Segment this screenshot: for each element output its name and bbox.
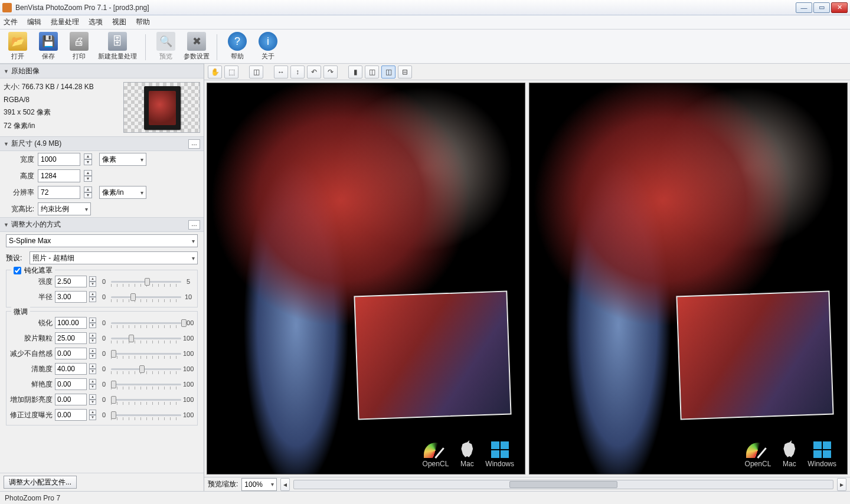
orig-res: 72 像素/in [4,121,119,131]
rotate-ccw-icon[interactable]: ↶ [307,66,321,78]
width-input[interactable]: 1000 [38,153,80,166]
app-icon [2,3,12,12]
original-thumbnail[interactable] [123,82,200,133]
scroll-left-button[interactable]: ◂ [280,478,290,491]
rotate-cw-icon[interactable]: ↷ [323,66,338,78]
finetune-input-0[interactable]: 100.00 [55,317,87,329]
unsharp-checkbox[interactable] [14,267,21,274]
unsharp-fieldset: 钝化遮罩 强度 2.50 ▲▼ 05 半径 3.00 ▲▼ 010 [6,270,198,307]
apple-icon: Mac [459,440,475,468]
finetune-input-4[interactable]: 0.00 [55,378,87,390]
menu-options[interactable]: 选项 [89,17,103,27]
finetune-label: 胶片颗粒 [10,333,53,343]
preset-select[interactable]: 照片 - 超精细 [30,251,198,264]
menu-batch[interactable]: 批量处理 [51,17,79,27]
preview-button[interactable]: 🔍预览 [153,32,179,61]
flip-h-icon[interactable]: ↔ [274,66,288,78]
unsharp-strength-spinner[interactable]: ▲▼ [89,276,96,287]
height-spinner[interactable]: ▲▼ [84,170,92,182]
scroll-right-button[interactable]: ▸ [837,478,846,491]
resolution-unit-select[interactable]: 像素/in [99,186,146,199]
chevron-down-icon: ▼ [4,141,9,147]
params-button[interactable]: ✖参数设置 [184,32,210,61]
resize-profile-button[interactable]: 调整大小配置文件... [4,476,77,489]
finetune-slider-4[interactable] [111,384,181,385]
hand-tool-icon[interactable]: ✋ [208,66,222,78]
finetune-input-5[interactable]: 0.00 [55,394,87,405]
method-select[interactable]: S-Spline Max [6,234,198,247]
menu-file[interactable]: 文件 [4,17,18,27]
zoom-select[interactable]: 100% [241,478,277,491]
menu-help[interactable]: 帮助 [136,17,150,27]
finetune-spinner-2[interactable]: ▲▼ [89,348,96,359]
preview-inset [676,291,833,420]
left-panel: ▼ 原始图像 大小: 766.73 KB / 144.28 KB RGBA/8 … [0,64,204,491]
crop-tool-icon[interactable]: ◫ [249,66,263,78]
finetune-input-2[interactable]: 0.00 [55,348,87,359]
finetune-input-3[interactable]: 40.00 [55,363,87,375]
aspect-select[interactable]: 约束比例 [38,202,91,215]
new-batch-button[interactable]: 🗄新建批量处理 [97,32,138,61]
menu-edit[interactable]: 编辑 [27,17,41,27]
open-button[interactable]: 📂打开 [5,32,31,61]
height-input[interactable]: 1284 [38,169,80,182]
horizontal-scrollbar[interactable] [293,480,833,489]
toolbar-separator [145,34,146,60]
orig-size: 大小: 766.73 KB / 144.28 KB [4,82,119,92]
finetune-spinner-5[interactable]: ▲▼ [89,394,96,405]
finetune-slider-5[interactable] [111,399,181,401]
section-newsize[interactable]: ▼ 新尺寸 (4.9 MB) … [0,136,204,151]
print-button[interactable]: 🖨打印 [66,32,92,61]
finetune-spinner-6[interactable]: ▲▼ [89,410,96,420]
width-unit-select[interactable]: 像素 [99,153,146,166]
finetune-label: 锐化 [10,318,53,328]
finetune-input-6[interactable]: 0.00 [55,409,87,421]
unsharp-radius-slider[interactable] [111,296,181,298]
finetune-label: 减少不自然感 [10,349,53,359]
finetune-slider-0[interactable] [111,322,181,324]
unsharp-radius-input[interactable]: 3.00 [55,291,87,303]
help-button[interactable]: ?帮助 [224,32,250,61]
menu-bar: 文件 编辑 批量处理 选项 视图 帮助 [0,15,850,30]
layout-split-v-icon[interactable]: ⊟ [398,66,412,78]
maximize-button[interactable]: ▭ [813,2,830,13]
finetune-input-1[interactable]: 25.00 [55,332,87,344]
toolbar-separator [217,34,217,60]
section-original[interactable]: ▼ 原始图像 [0,64,204,78]
main-toolbar: 📂打开 💾保存 🖨打印 🗄新建批量处理 🔍预览 ✖参数设置 ?帮助 i关于 [0,30,850,64]
layout-split-center-icon[interactable]: ◫ [365,66,379,78]
newsize-options-button[interactable]: … [188,139,200,149]
windows-icon: Windows [808,441,836,468]
resize-options-button[interactable]: … [188,220,200,230]
layout-single-icon[interactable]: ▮ [348,66,362,78]
finetune-spinner-1[interactable]: ▲▼ [89,333,96,343]
marquee-tool-icon[interactable]: ⬚ [224,66,238,78]
windows-icon: Windows [485,441,514,468]
resolution-input[interactable]: 72 [38,186,80,199]
preview-inset [354,291,511,420]
about-button[interactable]: i关于 [255,32,281,61]
finetune-slider-2[interactable] [111,353,181,355]
preview-left[interactable]: OpenCL Mac Windows [207,83,525,474]
unsharp-strength-slider[interactable] [111,281,181,283]
save-button[interactable]: 💾保存 [35,32,61,61]
minimize-button[interactable]: — [796,2,812,13]
title-bar: BenVista PhotoZoom Pro 7.1 - [prod3.png]… [0,0,850,15]
finetune-spinner-3[interactable]: ▲▼ [89,364,96,374]
preview-right[interactable]: OpenCL Mac Windows [529,83,848,474]
menu-view[interactable]: 视图 [112,17,126,27]
unsharp-radius-spinner[interactable]: ▲▼ [89,292,96,302]
unsharp-strength-input[interactable]: 2.50 [55,276,87,287]
finetune-slider-1[interactable] [111,338,181,339]
layout-split-h-icon[interactable]: ◫ [381,66,395,78]
finetune-slider-6[interactable] [111,414,181,416]
width-spinner[interactable]: ▲▼ [84,153,92,165]
finetune-spinner-4[interactable]: ▲▼ [89,379,96,390]
section-resize[interactable]: ▼ 调整大小的方式 … [0,217,204,232]
finetune-spinner-0[interactable]: ▲▼ [89,318,96,328]
resolution-spinner[interactable]: ▲▼ [84,186,92,198]
flip-v-icon[interactable]: ↕ [290,66,305,78]
close-button[interactable]: ✕ [831,2,848,13]
opencl-icon: OpenCL [423,443,449,468]
finetune-slider-3[interactable] [111,368,181,370]
